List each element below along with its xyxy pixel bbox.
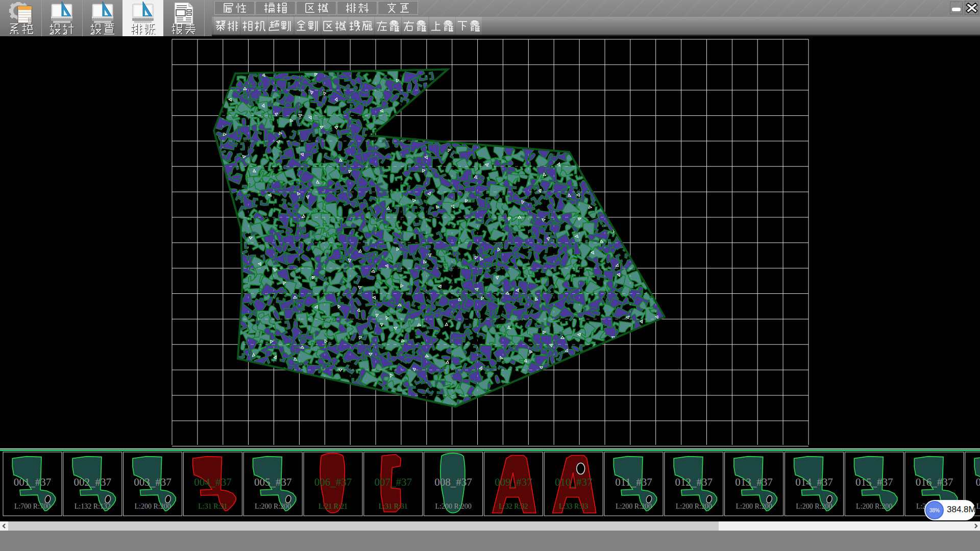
svg-text:010_#37: 010_#37 [555, 476, 593, 488]
svg-text:L:132 R:132: L:132 R:132 [75, 503, 111, 510]
svg-text:L:200 R:200: L:200 R:200 [856, 503, 892, 510]
svg-text:L:33 R:33: L:33 R:33 [559, 503, 588, 510]
svg-text:L:200 R:200: L:200 R:200 [135, 503, 171, 510]
svg-text:L:21 R:21: L:21 R:21 [318, 503, 348, 510]
svg-text:014_#37: 014_#37 [795, 476, 833, 488]
svg-text:L:200 R:200: L:200 R:200 [616, 503, 652, 510]
svg-text:003_#37: 003_#37 [134, 476, 172, 488]
svg-text:L:31 R:31: L:31 R:31 [379, 503, 408, 510]
svg-text:016_#37: 016_#37 [916, 476, 953, 488]
svg-text:007_#37: 007_#37 [375, 476, 412, 488]
svg-text:013_#37: 013_#37 [735, 476, 773, 488]
svg-text:012_#37: 012_#37 [675, 476, 713, 488]
svg-text:006_#37: 006_#37 [314, 476, 352, 488]
svg-text:011_#37: 011_#37 [615, 476, 652, 488]
svg-text:001_#37: 001_#37 [14, 476, 52, 488]
svg-text:015_#37: 015_#37 [855, 476, 893, 488]
svg-text:L:200 R:200: L:200 R:200 [435, 503, 472, 510]
svg-text:008_#37: 008_#37 [434, 476, 472, 488]
svg-text:L:200 R:200: L:200 R:200 [255, 503, 291, 510]
svg-text:017_#37: 017_#37 [976, 476, 980, 488]
svg-text:L:200 R:200: L:200 R:200 [676, 503, 712, 510]
svg-text:L:32 R:32: L:32 R:32 [499, 503, 528, 510]
svg-text:L:700 R:700: L:700 R:700 [14, 503, 51, 510]
svg-text:002_#37: 002_#37 [74, 476, 112, 488]
svg-text:L:200 R:200: L:200 R:200 [976, 503, 980, 510]
svg-text:L:200 R:200: L:200 R:200 [796, 503, 832, 510]
svg-text:005_#37: 005_#37 [254, 476, 292, 488]
svg-text:L:200 R:200: L:200 R:200 [736, 503, 772, 510]
svg-text:009_#37: 009_#37 [495, 476, 532, 488]
svg-text:L:31 R:31: L:31 R:31 [198, 503, 227, 510]
svg-text:004_#37: 004_#37 [194, 476, 232, 488]
